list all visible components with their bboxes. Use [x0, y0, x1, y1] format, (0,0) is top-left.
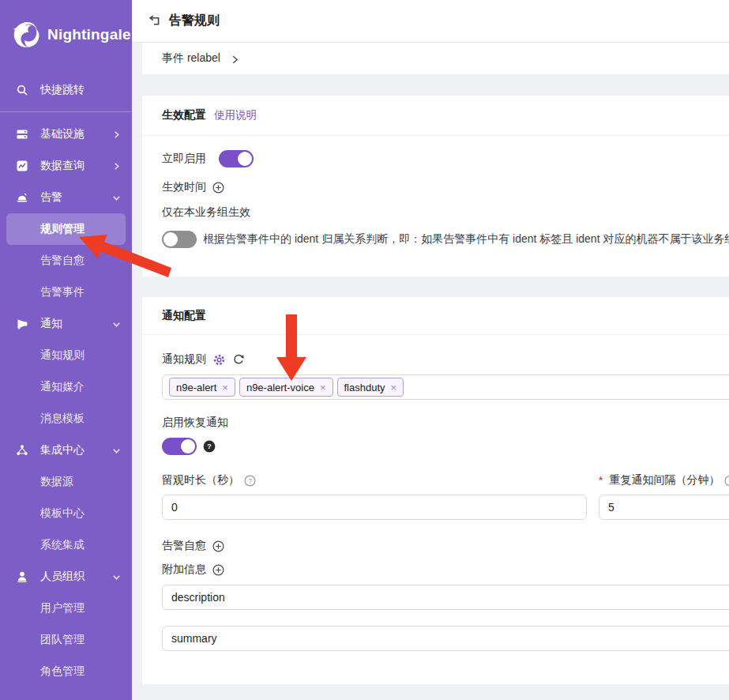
notify-config-body: 通知规则 n9e-alert × [142, 335, 729, 684]
usage-doc-link[interactable]: 使用说明 [214, 108, 257, 122]
sidebar-item-label: 消息模板 [40, 412, 85, 426]
sidebar-item-notify-rules[interactable]: 通知规则 [0, 340, 132, 371]
sidebar-item-rule-management[interactable]: 规则管理 [6, 213, 126, 245]
annotation-row-description [162, 585, 729, 610]
notify-rules-select[interactable]: n9e-alert × n9e-alert-voice × flashduty … [162, 374, 729, 400]
sidebar-item-template-center[interactable]: 模板中心 [0, 498, 132, 529]
toggle-knob [163, 232, 178, 247]
annotation-key-input[interactable] [162, 585, 729, 610]
sidebar-item-integration-center[interactable]: 集成中心 [0, 435, 132, 466]
plus-circle-icon[interactable] [212, 182, 224, 194]
tag-n9e-alert[interactable]: n9e-alert × [169, 378, 235, 397]
search-icon [16, 84, 28, 96]
observe-duration-input[interactable] [162, 495, 587, 520]
tag-n9e-alert-voice[interactable]: n9e-alert-voice × [239, 378, 333, 397]
chevron-down-icon [112, 446, 121, 455]
sidebar-item-alert-events[interactable]: 告警事件 [0, 277, 132, 308]
sidebar-item-label: 通知媒介 [40, 380, 85, 394]
enable-now-row: 立即启用 [162, 150, 729, 167]
refresh-icon[interactable] [232, 353, 245, 366]
sidebar-item-label: 通知规则 [40, 348, 85, 363]
effective-time-label: 生效时间 [162, 180, 206, 194]
section-title: 通知配置 [162, 309, 206, 323]
sidebar-item-alert-selfheal[interactable]: 告警自愈 [0, 245, 132, 277]
repeat-interval-input[interactable] [599, 495, 729, 520]
person-icon [16, 570, 28, 583]
sidebar-item-label: 系统集成 [40, 538, 85, 552]
enable-now-label: 立即启用 [162, 152, 206, 166]
event-relabel-label: 事件 relabel [162, 51, 220, 66]
tag-flashduty[interactable]: flashduty × [337, 378, 404, 397]
selfheal-label: 告警自愈 [162, 539, 206, 553]
sidebar-divider [0, 111, 132, 112]
line-chart-icon [16, 160, 28, 172]
notify-config-panel: 通知配置 通知规则 n9e-alert [142, 297, 729, 684]
sidebar-item-data-sources[interactable]: 数据源 [0, 466, 132, 498]
recover-notify-label-row: 启用恢复通知 [162, 416, 729, 430]
chevron-right-icon [112, 130, 121, 139]
scope-row: 仅在本业务组生效 [162, 205, 729, 220]
sidebar-item-personnel[interactable]: 人员组织 [0, 561, 132, 593]
recover-notify-toggle-row: ? [162, 438, 729, 455]
sidebar-item-notify-media[interactable]: 通知媒介 [0, 371, 132, 403]
effective-config-header: 生效配置 使用说明 [142, 96, 729, 136]
sidebar-item-label: 人员组织 [40, 570, 85, 584]
chevron-right-icon [112, 162, 121, 171]
repeat-interval-label: 重复通知间隔（分钟） [609, 473, 720, 487]
ident-check-note: 根据告警事件中的 ident 归属关系判断，即：如果告警事件中有 ident 标… [203, 232, 729, 247]
sidebar-item-label: 通知 [40, 317, 62, 331]
plus-circle-icon[interactable] [212, 540, 224, 552]
tag-close-icon[interactable]: × [222, 382, 228, 393]
notify-config-header: 通知配置 [142, 297, 729, 335]
page-title: 告警规则 [169, 13, 220, 29]
sidebar-item-label: 告警事件 [40, 285, 85, 299]
question-circle-icon[interactable]: ? [724, 475, 729, 487]
annotation-row-summary [162, 626, 729, 651]
sidebar-item-quick-jump[interactable]: 快捷跳转 [0, 74, 132, 106]
sidebar-item-label: 用户管理 [40, 601, 85, 615]
repeat-interval-label-row: * 重复通知间隔（分钟） ? [599, 472, 729, 488]
recover-notify-toggle[interactable] [162, 438, 197, 455]
annotation-key-input[interactable] [162, 626, 729, 651]
tag-close-icon[interactable]: × [320, 382, 326, 393]
sidebar-item-role-management[interactable]: 角色管理 [0, 656, 132, 687]
sidebar-item-team-management[interactable]: 团队管理 [0, 624, 132, 656]
sidebar-item-system-integration[interactable]: 系统集成 [0, 529, 132, 561]
sidebar-item-label: 模板中心 [40, 506, 85, 521]
sidebar-item-label: 基础设施 [40, 127, 85, 141]
observe-duration-label-row: 留观时长（秒） ? [162, 472, 587, 488]
server-icon [16, 128, 28, 141]
sidebar-item-label: 告警 [40, 190, 62, 205]
sidebar-item-data-query[interactable]: 数据查询 [0, 150, 132, 182]
sidebar-item-message-templates[interactable]: 消息模板 [0, 403, 132, 435]
logo-text: Nightingale [47, 26, 131, 43]
sidebar-item-label: 告警自愈 [40, 254, 85, 268]
tag-close-icon[interactable]: × [391, 382, 397, 393]
toggle-knob [181, 439, 195, 453]
sidebar-item-label: 数据源 [40, 475, 73, 489]
svg-text:?: ? [248, 476, 252, 484]
rollback-icon[interactable] [148, 14, 161, 28]
gear-icon[interactable] [212, 353, 226, 367]
question-circle-filled-icon[interactable]: ? [203, 440, 216, 453]
ident-check-toggle[interactable] [162, 231, 197, 248]
sidebar-item-notification[interactable]: 通知 [0, 308, 132, 340]
sidebar-item-user-management[interactable]: 用户管理 [0, 593, 132, 624]
sidebar-item-label: 集成中心 [40, 443, 85, 457]
effective-config-panel: 生效配置 使用说明 立即启用 生效时间 仅在本业务 [142, 96, 729, 277]
question-circle-icon[interactable]: ? [244, 475, 256, 487]
chevron-down-icon [112, 320, 121, 329]
observe-duration-label: 留观时长（秒） [162, 473, 239, 487]
section-title: 生效配置 [162, 108, 206, 122]
plus-circle-icon[interactable] [212, 564, 224, 576]
logo: Nightingale [0, 0, 132, 57]
sidebar-item-alerting[interactable]: 告警 [0, 182, 132, 213]
chevron-right-icon [230, 55, 240, 65]
observe-duration-field: 留观时长（秒） ? [162, 472, 587, 520]
sidebar-item-infrastructure[interactable]: 基础设施 [0, 119, 132, 150]
selfheal-row: 告警自愈 [162, 539, 729, 553]
event-relabel-collapse[interactable]: 事件 relabel [142, 43, 729, 75]
enable-now-toggle[interactable] [219, 150, 254, 167]
sidebar-item-label: 快捷跳转 [40, 83, 85, 97]
sidebar-item-label: 角色管理 [40, 664, 85, 679]
